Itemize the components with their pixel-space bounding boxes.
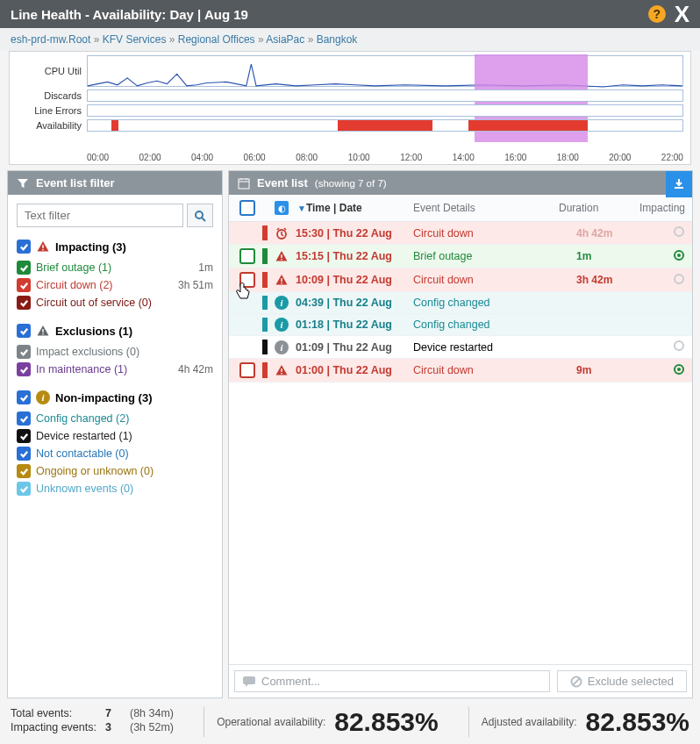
svg-rect-13 [281,259,282,260]
event-row[interactable]: 15:30 | Thu 22 Aug Circuit down 4h 42m [229,222,692,245]
event-impacting-icon [650,225,685,240]
filter-item-checkbox[interactable] [17,362,31,376]
operational-avail-label: Operational availability: [217,716,325,728]
event-type-icon: i [271,340,292,354]
text-filter-input[interactable] [17,204,183,227]
event-details: Device restarted [413,341,573,354]
chart-label-avail: Availability [17,120,87,131]
col-details-header[interactable]: Event Details [413,202,555,214]
filter-group-checkbox[interactable] [17,390,31,404]
filter-icon [17,177,29,190]
svg-rect-6 [239,179,249,189]
filter-item-checkbox[interactable] [17,482,31,496]
filter-group-label: Impacting (3) [55,240,126,254]
filter-item-duration: 4h 42m [178,363,213,376]
filter-item-label[interactable]: Device restarted (1) [36,430,132,442]
breadcrumb-item[interactable]: KFV Services [103,33,167,46]
exclude-selected-button[interactable]: Exclude selected [557,670,687,692]
timeline-chart: CPU Util Discards Line Errors Availabili… [9,51,691,165]
search-button[interactable] [187,204,213,227]
svg-line-1 [202,218,205,221]
event-row[interactable]: 01:00 | Thu 22 Aug Circuit down 9m [229,359,692,383]
filter-item-label[interactable]: Unknown events (0) [36,483,133,495]
col-time-header[interactable]: ▼Time | Date [296,202,410,214]
event-impacting-icon [650,273,685,288]
event-time: 15:30 | Thu 22 Aug [296,227,410,240]
event-impacting-icon [650,340,685,354]
col-duration-header[interactable]: Duration [559,202,629,214]
filter-item-label[interactable]: Circuit out of service (0) [36,297,152,309]
event-impacting-icon [650,363,685,378]
filter-item-checkbox[interactable] [17,296,31,310]
filter-item-checkbox[interactable] [17,261,31,275]
event-checkbox[interactable] [239,362,255,378]
svg-point-23 [677,368,681,371]
download-button[interactable] [666,171,692,197]
events-title: Event list [257,176,308,190]
sort-icon[interactable]: ◐ [275,201,289,215]
event-details: Circuit down [413,364,573,376]
svg-point-15 [677,254,681,257]
svg-rect-4 [42,329,43,333]
filter-item-label[interactable]: In maintenance (1) [36,363,127,376]
event-type-icon: i [271,318,292,332]
svg-rect-17 [281,283,282,283]
filter-item-checkbox[interactable] [17,464,31,478]
filter-item-checkbox[interactable] [17,411,31,426]
col-impacting-header[interactable]: Impacting [632,202,685,214]
filter-group-checkbox[interactable] [17,240,31,254]
titlebar: Line Health - Availability: Day | Aug 19… [0,0,700,28]
filter-item-checkbox[interactable] [17,345,31,359]
breadcrumb-item[interactable]: Bangkok [317,33,358,46]
filter-group-icon: i [36,390,50,404]
event-list: 15:30 | Thu 22 Aug Circuit down 4h 42m 1… [229,222,692,664]
filter-group-label: Non-impacting (3) [55,391,153,404]
breadcrumb-item[interactable]: Regional Offices [178,33,255,46]
event-time: 15:15 | Thu 22 Aug [296,250,410,262]
event-row[interactable]: 10:09 | Thu 22 Aug Circuit down 3h 42m [229,268,692,292]
close-icon[interactable]: X [675,6,689,22]
svg-rect-2 [42,245,43,248]
events-pane: Event list (showing 7 of 7) ◐ ▼Time | Da… [228,170,693,698]
help-icon[interactable]: ? [648,5,666,23]
chart-label-cpu: CPU Util [17,66,87,76]
filter-item-label[interactable]: Not contactable (0) [36,447,129,460]
event-row[interactable]: i 01:09 | Thu 22 Aug Device restarted [229,336,692,359]
event-details: Config changed [413,318,573,331]
filter-item-label[interactable]: Config changed (2) [36,412,129,425]
breadcrumb-item[interactable]: AsiaPac [266,33,304,46]
event-details: Config changed [413,297,573,309]
events-header-row: ◐ ▼Time | Date Event Details Duration Im… [229,195,692,222]
event-row[interactable]: i 01:18 | Thu 22 Aug Config changed [229,314,692,336]
event-row[interactable]: 15:15 | Thu 22 Aug Brief outage 1m [229,245,692,268]
window-title: Line Health - Availability: Day | Aug 19 [11,7,639,22]
event-type-icon [271,273,292,287]
svg-rect-5 [42,333,43,334]
event-checkbox[interactable] [239,272,255,288]
select-all-checkbox[interactable] [239,200,255,216]
svg-rect-24 [243,676,255,684]
events-showing: (showing 7 of 7) [315,178,387,189]
filter-item-checkbox[interactable] [17,278,31,292]
breadcrumb-item[interactable]: esh-prd-mw.Root [11,33,90,46]
filter-item-checkbox[interactable] [17,447,31,461]
comment-input[interactable]: Comment... [234,670,550,692]
svg-point-19 [675,341,683,350]
filter-item-label[interactable]: Brief outage (1) [36,261,111,274]
filter-item-checkbox[interactable] [17,429,31,443]
breadcrumb: esh-prd-mw.Root » KFV Services » Regiona… [0,28,700,51]
filter-item-label[interactable]: Circuit down (2) [36,279,113,291]
svg-point-11 [675,227,683,236]
event-checkbox[interactable] [239,248,255,264]
filter-item-duration: 1m [198,261,213,274]
filter-group-checkbox[interactable] [17,324,31,338]
event-details: Brief outage [413,250,573,262]
svg-rect-20 [281,368,282,372]
filter-item-label[interactable]: Impact exclusions (0) [36,346,139,358]
event-duration: 3h 42m [576,274,646,286]
filter-item-label[interactable]: Ongoing or unknown (0) [36,465,154,477]
event-impacting-icon [650,249,685,264]
svg-rect-21 [281,373,282,374]
operational-avail-value: 82.853% [334,707,438,737]
event-row[interactable]: i 04:39 | Thu 22 Aug Config changed [229,292,692,314]
